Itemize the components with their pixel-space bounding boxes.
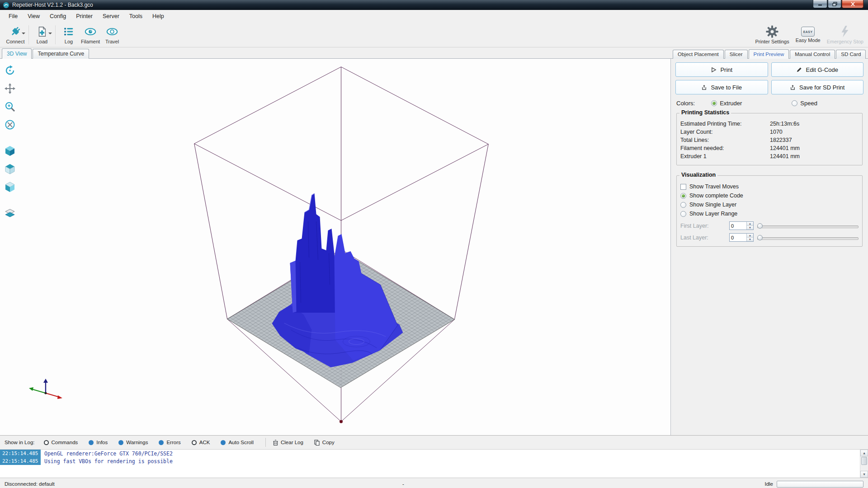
log-filter-ack[interactable]: ACK [192, 440, 210, 445]
first-layer-up-button[interactable]: ▲ [747, 222, 753, 226]
show-complete-code-option[interactable]: Show complete Code [680, 191, 859, 200]
scroll-track[interactable] [860, 465, 868, 471]
first-layer-down-button[interactable]: ▼ [747, 226, 753, 230]
fit-view-button[interactable] [3, 118, 17, 131]
show-complete-radio[interactable] [680, 193, 686, 199]
menu-server[interactable]: Server [98, 11, 124, 22]
scroll-down-button[interactable]: ▼ [860, 471, 868, 478]
tab-slicer[interactable]: Slicer [725, 50, 748, 59]
save-for-sd-button[interactable]: Save for SD Print [771, 80, 864, 94]
log-filter-warnings[interactable]: Warnings [118, 440, 148, 445]
speed-label: Speed [800, 100, 817, 107]
log-scrollbar[interactable]: ▲ ▼ [860, 450, 868, 478]
maximize-button[interactable] [828, 0, 841, 8]
easy-mode-label: Easy Mode [796, 38, 821, 43]
show-travel-moves-option[interactable]: Show Travel Moves [680, 182, 859, 191]
menu-help[interactable]: Help [147, 11, 169, 22]
easy-mode-button[interactable]: EASY Easy Mode [796, 23, 821, 46]
front-view-button[interactable] [3, 181, 17, 193]
travel-label: Travel [105, 39, 119, 44]
speed-radio[interactable] [792, 100, 797, 106]
top-view-button[interactable] [3, 163, 17, 175]
tab-object-placement[interactable]: Object Placement [673, 50, 724, 59]
log-filter-infos[interactable]: Infos [89, 440, 108, 445]
log-toggle-button[interactable]: Log [58, 23, 80, 46]
connect-label: Connect [6, 39, 25, 44]
extruder-radio[interactable] [711, 100, 717, 106]
log-filter-commands[interactable]: Commands [44, 440, 78, 445]
menu-view[interactable]: View [23, 11, 45, 22]
menu-printer[interactable]: Printer [71, 11, 98, 22]
tab-manual-control[interactable]: Manual Control [790, 50, 835, 59]
log-timestamp: 22:15:14.485 [0, 457, 41, 465]
gear-icon [766, 25, 778, 38]
first-layer-input[interactable] [730, 222, 746, 230]
minimize-button[interactable] [813, 0, 827, 8]
save-to-file-button[interactable]: Save to File [675, 80, 768, 94]
log-message: Using fast VBOs for rendering is possibl… [41, 458, 173, 465]
menu-file[interactable]: File [4, 11, 23, 22]
connect-dropdown-icon[interactable] [22, 33, 25, 34]
tab-temperature-curve[interactable]: Temperature Curve [33, 49, 89, 59]
printer-settings-button[interactable]: Printer Settings [755, 23, 789, 46]
last-layer-up-button[interactable]: ▲ [747, 234, 753, 238]
scroll-up-button[interactable]: ▲ [860, 450, 868, 456]
copy-icon [314, 440, 320, 446]
titlebar: Repetier-Host V2.1.2 - Back3.gco [0, 0, 868, 10]
play-icon [711, 67, 717, 73]
load-dropdown-icon[interactable] [48, 33, 52, 34]
first-layer-slider[interactable] [757, 222, 859, 230]
close-button[interactable] [842, 0, 863, 8]
log-autoscroll-toggle[interactable]: Auto Scroll [221, 440, 254, 445]
isometric-view-button[interactable] [3, 145, 17, 157]
tab-3d-view[interactable]: 3D View [2, 48, 32, 59]
zoom-button[interactable] [3, 100, 17, 113]
layers-icon [4, 207, 16, 219]
show-layer-range-option[interactable]: Show Layer Range [680, 209, 859, 218]
close-icon [850, 2, 855, 6]
tab-print-preview[interactable]: Print Preview [749, 49, 789, 59]
slider-track [757, 225, 859, 228]
show-travel-checkbox[interactable] [680, 184, 686, 190]
scroll-thumb[interactable] [861, 457, 867, 465]
log-filter-errors[interactable]: Errors [159, 440, 180, 445]
export-icon [701, 84, 707, 90]
layers-view-button[interactable] [3, 207, 17, 220]
menu-config[interactable]: Config [45, 11, 71, 22]
rotate-view-button[interactable] [3, 64, 17, 77]
colors-extruder-option[interactable]: Extruder [711, 100, 742, 107]
pencil-icon [796, 67, 802, 73]
restore-icon [832, 2, 837, 6]
filament-toggle-button[interactable]: Filament [80, 23, 101, 46]
move-view-button[interactable] [3, 82, 17, 95]
menu-tools[interactable]: Tools [124, 11, 147, 22]
emergency-stop-button[interactable]: Emergency Stop [827, 23, 863, 46]
print-button[interactable]: Print [675, 62, 768, 77]
load-button[interactable]: Load [31, 23, 53, 46]
edit-gcode-button[interactable]: Edit G-Code [771, 62, 864, 77]
last-layer-input[interactable] [730, 234, 746, 241]
connect-button[interactable]: Connect [5, 23, 26, 46]
progress-bar [777, 481, 863, 488]
viewport-3d[interactable] [0, 59, 671, 435]
travel-toggle-button[interactable]: Travel [101, 23, 123, 46]
last-layer-label: Last Layer: [680, 235, 726, 241]
cube-top-icon [4, 163, 16, 175]
export-icon [790, 84, 796, 90]
panel-tabs: Object Placement Slicer Print Preview Ma… [671, 47, 868, 59]
colors-speed-option[interactable]: Speed [792, 100, 817, 107]
slider-thumb[interactable] [757, 235, 763, 240]
window-title: Repetier-Host V2.1.2 - Back3.gco [12, 2, 93, 8]
slider-thumb[interactable] [757, 223, 763, 229]
show-single-radio[interactable] [680, 202, 686, 208]
last-layer-down-button[interactable]: ▼ [747, 238, 753, 241]
first-layer-row: First Layer: ▲▼ [680, 221, 859, 230]
clear-log-button[interactable]: Clear Log [273, 440, 303, 446]
show-range-radio[interactable] [680, 211, 686, 217]
show-single-layer-option[interactable]: Show Single Layer [680, 200, 859, 209]
first-layer-spinbox: ▲▼ [729, 221, 754, 230]
tab-sd-card[interactable]: SD Card [836, 50, 866, 59]
right-panel: Object Placement Slicer Print Preview Ma… [671, 47, 868, 435]
copy-log-button[interactable]: Copy [314, 440, 335, 446]
last-layer-slider[interactable] [757, 234, 859, 242]
